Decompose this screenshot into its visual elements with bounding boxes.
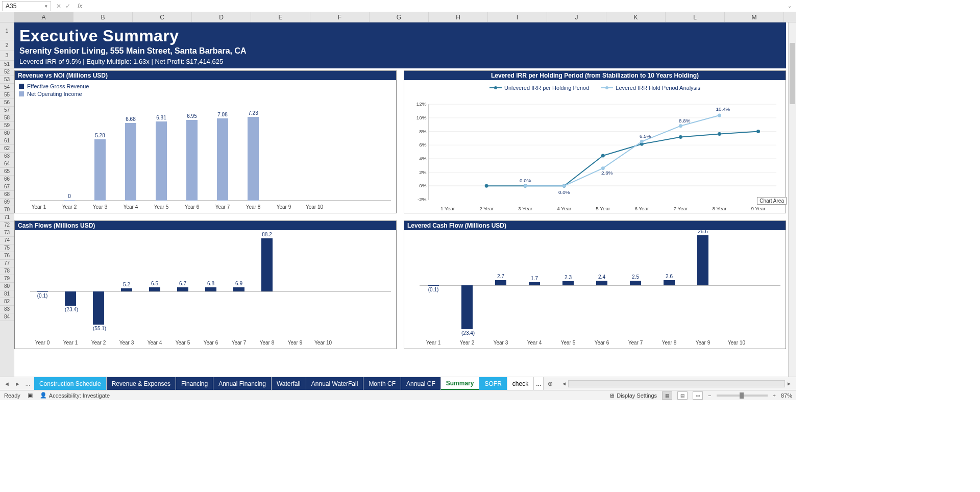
row-header[interactable]: 56	[0, 99, 14, 107]
tab-revenue-expenses[interactable]: Revenue & Expenses	[107, 377, 176, 390]
macro-record-icon[interactable]: ▣	[28, 392, 33, 399]
column-header[interactable]: I	[488, 12, 547, 22]
row-header[interactable]: 78	[0, 267, 14, 275]
row-header[interactable]: 80	[0, 283, 14, 290]
scrollbar-thumb[interactable]	[790, 43, 795, 104]
x-tick-label: Year 9	[696, 340, 710, 346]
display-settings-icon[interactable]: 🖥	[609, 392, 615, 399]
row-header[interactable]: 64	[0, 160, 14, 168]
row-header[interactable]: 54	[0, 84, 14, 91]
sheet-canvas[interactable]: Executive Summary Serenity Senior Living…	[14, 22, 796, 377]
tab-next-icon[interactable]: ►	[15, 381, 20, 387]
row-header[interactable]: 84	[0, 313, 14, 321]
row-header[interactable]: 68	[0, 191, 14, 199]
tab-ellipsis[interactable]: ...	[26, 381, 30, 387]
row-header[interactable]: 66	[0, 176, 14, 183]
zoom-knob[interactable]	[740, 392, 744, 399]
tab-waterfall[interactable]: Waterfall	[272, 377, 306, 390]
fx-icon[interactable]: fx	[78, 3, 82, 10]
chart-levered-cash-flow[interactable]: Levered Cash Flow (Millions USD) 2.7 1.7…	[404, 220, 786, 349]
formula-input[interactable]	[87, 1, 785, 11]
row-header[interactable]: 3	[0, 51, 14, 61]
accessibility-label[interactable]: Accessibility: Investigate	[49, 392, 110, 399]
bar	[428, 285, 439, 286]
row-header[interactable]: 53	[0, 76, 14, 84]
tab-sofr[interactable]: SOFR	[479, 377, 507, 390]
add-sheet-button[interactable]: ⊕	[544, 377, 557, 390]
column-header[interactable]: E	[251, 12, 310, 22]
row-header[interactable]: 76	[0, 252, 14, 260]
row-header[interactable]: 59	[0, 122, 14, 130]
zoom-out-icon[interactable]: −	[708, 392, 711, 399]
display-settings-label[interactable]: Display Settings	[617, 392, 657, 399]
row-header[interactable]: 57	[0, 107, 14, 114]
view-page-layout-button[interactable]: ▤	[677, 391, 688, 400]
column-header[interactable]: B	[74, 12, 133, 22]
row-header[interactable]: 69	[0, 199, 14, 206]
column-header[interactable]: C	[133, 12, 192, 22]
view-normal-button[interactable]: ▦	[662, 391, 672, 400]
row-header[interactable]: 1	[0, 22, 14, 40]
row-header[interactable]: 82	[0, 298, 14, 306]
row-header[interactable]: 52	[0, 68, 14, 76]
column-header[interactable]: K	[606, 12, 666, 22]
row-header[interactable]: 65	[0, 168, 14, 176]
row-header[interactable]: 2	[0, 40, 14, 51]
row-header[interactable]: 74	[0, 237, 14, 244]
scroll-left-icon[interactable]: ◄	[560, 381, 568, 386]
cancel-icon[interactable]: ✕	[56, 3, 61, 10]
chart-cash-flows[interactable]: Cash Flows (Millions USD) 5.2 6.5 6.7 6.…	[14, 220, 397, 349]
row-header[interactable]: 75	[0, 244, 14, 252]
tab-check[interactable]: check	[507, 377, 534, 390]
row-header[interactable]: 62	[0, 145, 14, 153]
column-header[interactable]: H	[429, 12, 488, 22]
row-header[interactable]: 77	[0, 260, 14, 267]
row-header[interactable]: 72	[0, 222, 14, 229]
tab-more-truncated[interactable]: ...	[534, 377, 544, 390]
row-header[interactable]: 73	[0, 229, 14, 237]
row-header[interactable]: 51	[0, 61, 14, 68]
row-header[interactable]: 55	[0, 91, 14, 99]
chevron-down-icon[interactable]: ▾	[45, 4, 47, 9]
view-page-break-button[interactable]: ▭	[693, 391, 703, 400]
tab-summary[interactable]: Summary	[441, 377, 480, 390]
row-header[interactable]: 63	[0, 153, 14, 160]
horizontal-scrollbar[interactable]: ◄ ►	[557, 377, 796, 390]
tab-financing[interactable]: Financing	[176, 377, 213, 390]
row-header[interactable]: 61	[0, 137, 14, 145]
column-header[interactable]: J	[547, 12, 606, 22]
row-header[interactable]: 81	[0, 290, 14, 298]
row-header[interactable]: 83	[0, 306, 14, 313]
tab-month-cf[interactable]: Month CF	[363, 377, 401, 390]
column-header[interactable]: M	[725, 12, 784, 22]
scroll-right-icon[interactable]: ►	[785, 381, 793, 386]
column-header[interactable]: D	[192, 12, 251, 22]
row-header[interactable]: 58	[0, 114, 14, 122]
row-header[interactable]: 67	[0, 183, 14, 191]
zoom-in-icon[interactable]: +	[773, 392, 776, 399]
row-header[interactable]: 71	[0, 214, 14, 222]
column-header[interactable]: G	[370, 12, 429, 22]
scrollbar-track[interactable]	[568, 380, 785, 387]
tab-prev-icon[interactable]: ◄	[4, 381, 10, 387]
tab-annual-waterfall[interactable]: Annual WaterFall	[306, 377, 364, 390]
vertical-scrollbar[interactable]	[788, 22, 796, 377]
name-box[interactable]: A35 ▾	[2, 1, 51, 11]
zoom-level[interactable]: 87%	[781, 392, 792, 399]
tab-annual-cf[interactable]: Annual CF	[401, 377, 441, 390]
column-header[interactable]: F	[310, 12, 370, 22]
tab-construction-schedule[interactable]: Construction Schedule	[34, 377, 107, 390]
accessibility-icon[interactable]: 👤	[40, 392, 47, 399]
row-header[interactable]: 79	[0, 275, 14, 283]
zoom-slider[interactable]	[717, 395, 768, 397]
select-all-corner[interactable]	[0, 12, 14, 22]
row-header[interactable]: 60	[0, 130, 14, 137]
chart-levered-irr[interactable]: Levered IRR per Holding Period (from Sta…	[404, 70, 786, 213]
row-header[interactable]: 70	[0, 206, 14, 214]
column-header[interactable]: L	[666, 12, 725, 22]
enter-icon[interactable]: ✓	[65, 3, 70, 10]
column-header[interactable]: A	[14, 12, 74, 22]
tab-annual-financing[interactable]: Annual Financing	[213, 377, 272, 390]
chart-revenue-noi[interactable]: Revenue vs NOI (Millions USD) Effective …	[14, 70, 397, 213]
formula-collapse-icon[interactable]: ⌄	[785, 3, 794, 9]
